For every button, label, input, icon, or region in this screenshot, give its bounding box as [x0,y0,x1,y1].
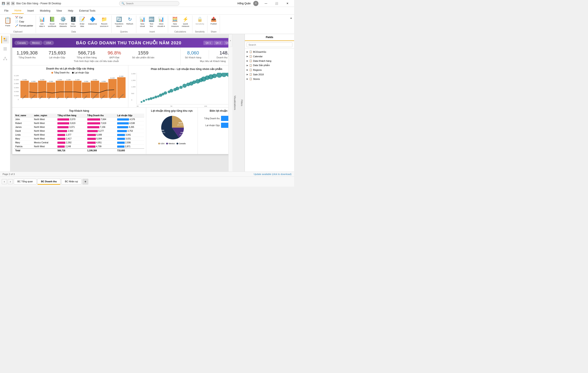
header-tab-mexico[interactable]: Mexico [29,41,43,45]
collapse-button[interactable]: ‹ [229,34,232,47]
update-status[interactable]: Update available (click to download) [254,173,292,176]
copy-button[interactable]: 📄 Copy [14,20,34,23]
publish-button[interactable]: 📤 Publish [209,15,218,26]
new-measure-button[interactable]: 🧮 Newmeasure [170,15,180,28]
svg-rect-1 [6,38,7,39]
transform-data-button[interactable]: 🔄 Transformdata ▾ [113,15,125,28]
add-page-button[interactable]: + [82,179,88,185]
search-input[interactable] [126,2,177,5]
more-visuals-icon: 📊 [158,16,164,22]
ribbon-share-group: 📤 Publish Share [208,15,220,33]
qtr2-tab[interactable]: Qtr 2 [213,41,223,45]
model-view-button[interactable] [1,55,9,62]
save-icon[interactable]: 💾 [2,2,5,5]
field-group-label: Regions [253,69,262,71]
legend-dot-revenue [51,72,53,74]
clipboard-content: 📋 Paste ✂️ Cut 📄 Copy 🖌️ Format painter [2,15,34,30]
dot-mexico [166,143,168,144]
more-visuals-button[interactable]: 📊 Morevisuals ▾ [156,15,166,28]
report-view-button[interactable] [1,36,9,44]
field-group-stores-header[interactable]: ▶ 📋 Stores [245,77,294,81]
powerbi-datasets-button[interactable]: ⚙️ Power BIdatasets [58,15,69,28]
recent-sources-button[interactable]: 📁 Recentsources ▾ [99,15,110,28]
field-group-bcdoanhso-header[interactable]: ▶ 📋 BCDoanhSo [245,50,294,54]
ribbon-expand-icon[interactable]: ▲ [290,16,292,19]
kpi-total-revenue-value: 1,199,308 [17,50,38,56]
paste-button[interactable]: 📋 Paste [2,15,14,27]
cell-orders: 2,943 [56,129,86,133]
cell-revenue: 7,156 [86,125,116,129]
header-tab-canada[interactable]: Canada [14,41,29,45]
cell-profit: 4,265 [116,125,144,129]
minimize-button[interactable]: — [261,0,271,7]
field-table-icon: 📋 [249,59,252,62]
menu-file[interactable]: File [2,8,11,13]
copy-label: Copy [19,21,24,23]
menu-insert[interactable]: Insert [25,8,36,13]
excel-label: Excelworkbook [48,23,56,28]
field-group-datasanpham-header[interactable]: ▶ 📋 Data Sản phẩm [245,63,294,67]
fields-search-input[interactable] [247,42,292,47]
quarter-tabs: Qtr 1 Qtr 2 Qtr 3 Qtr 4 [201,39,228,46]
text-box-button[interactable]: 🔤 Textbox [147,15,156,28]
bar-feb: 0.09M February [29,81,38,103]
cell-revenue: 7,664 [86,118,116,121]
title-search[interactable]: 🔍 [119,1,179,6]
tab-next-button[interactable]: › [8,179,13,184]
svg-rect-7 [3,51,7,51]
expand-icon: ▶ [247,73,248,76]
svg-text:(39.92%): (39.92%) [159,132,165,133]
cell-name: Mary [14,137,33,141]
maximize-button[interactable]: ⬜ [272,0,282,7]
sensitivity-button[interactable]: 🔒 Sensitivity [194,15,206,26]
header-tab-usa[interactable]: USA [43,41,54,45]
undo-icon[interactable]: ↩ [6,2,10,5]
legend-canada: Canada [177,143,186,145]
new-visual-button[interactable]: 📊 Newvisual [138,15,147,28]
menu-help[interactable]: Help [65,8,76,13]
get-data-button[interactable]: 📊 Getdata ▾ [38,15,46,28]
menu-external-tools[interactable]: External Tools [77,8,98,13]
fields-panel: Fields ▶ 📋 BCDoanhSo [245,34,294,172]
tab-bc-doanhthu[interactable]: BC Doanh thu [37,179,60,185]
col-profit: Lợi nhuận Gộp [116,114,144,118]
menu-home[interactable]: Home [12,8,24,14]
svg-text:286K: 286K [160,129,164,131]
menu-view[interactable]: View [54,8,64,13]
field-group-datakhachhang-header[interactable]: ▶ 📋 Data Khách hàng [245,59,294,63]
table-scroll[interactable]: first_name sales_region Tổng số Đơn hàng… [14,114,144,152]
quick-measure-button[interactable]: ⚡ Quickmeasure [180,15,190,28]
excel-button[interactable]: 📗 Excelworkbook [47,15,58,28]
legend-revenue: Tổng Doanh thu [51,71,69,74]
redo-icon[interactable]: ↪ [11,2,15,5]
tab-prev-button[interactable]: ‹ [2,179,7,184]
tab-bc-nhansu[interactable]: BC Nhân sự [61,179,82,185]
table-view-button[interactable] [1,45,9,53]
field-group-regions-header[interactable]: ▶ 📋 Regions [245,67,294,72]
legend-usa-label: USA [161,143,165,145]
field-table-icon: 📋 [249,77,252,80]
close-button[interactable]: ✕ [283,0,292,7]
format-painter-button[interactable]: 🖌️ Format painter [14,24,34,28]
menu-modeling[interactable]: Modeling [37,8,53,13]
tab-bc-tongquan[interactable]: BC Tổng quan [14,179,37,185]
kpi-avg-revenue-value: 148.80 [217,50,228,56]
profit-label-margin: Lợi nhuận Gộp [200,124,220,127]
field-group-sale2018-header[interactable]: ▶ 📋 Sale 2018 [245,72,294,77]
qtr3-tab[interactable]: Qtr 3 [223,41,228,45]
enter-data-button[interactable]: 📝 Enterdata [78,15,86,28]
field-group-calendar-header[interactable]: ▶ 📋 Calendar [245,54,294,59]
qtr1-tab[interactable]: Qtr 1 [203,41,213,45]
svg-text:366K: 366K [178,122,182,124]
fields-tab[interactable]: Fields [245,34,294,41]
recent-sources-label: Recentsources ▾ [100,23,108,28]
field-group-label: Calendar [253,55,263,58]
cut-button[interactable]: ✂️ Cut [14,15,34,19]
canvas-area[interactable]: Canada Mexico USA BÁO CÁO DOANH THU TOÀN… [10,34,228,172]
dataverse-button[interactable]: 🔷 Dataverse [87,15,98,26]
refresh-button[interactable]: ↻ Refresh [125,15,135,26]
cell-name: John [14,118,33,121]
title-bar-left: 💾 ↩ ↪ Báo Cáo Bán hàng - Power BI Deskto… [2,2,61,5]
filters-viz-panel[interactable]: Filters Visualizations [232,34,245,172]
sql-server-button[interactable]: 🗄️ SQLServer [69,15,77,28]
